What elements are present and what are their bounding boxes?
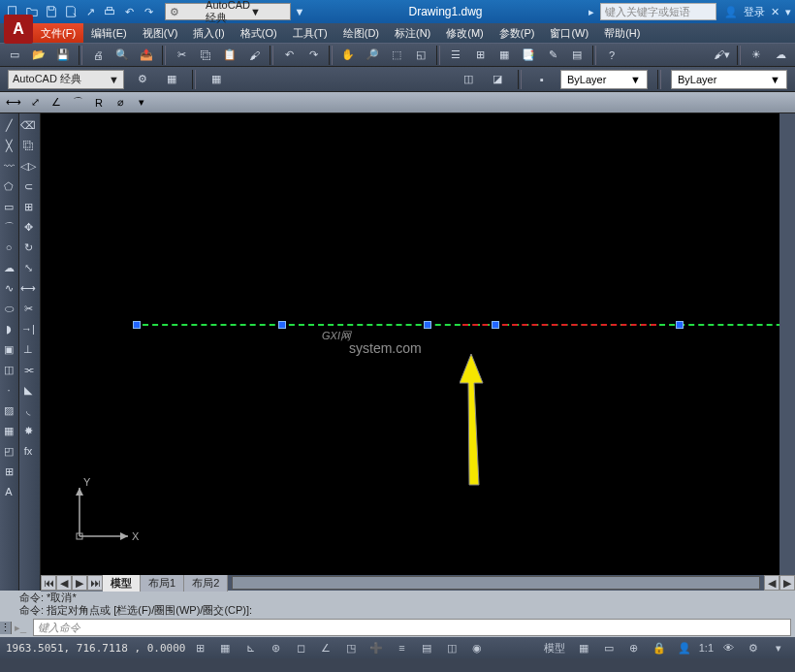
ortho-icon[interactable]: ⊾	[239, 639, 261, 656]
signin-icon[interactable]: 👤	[724, 6, 738, 18]
undo-icon[interactable]: ↶	[120, 3, 138, 20]
qv-icon[interactable]: ▭	[598, 639, 620, 656]
line-icon[interactable]: ╱	[0, 115, 17, 135]
ws-gear-icon[interactable]: ⚙	[132, 70, 153, 89]
menu-tools[interactable]: 工具(T)	[285, 23, 335, 43]
insert-icon[interactable]: ▣	[0, 339, 17, 359]
cut-icon[interactable]: ✂	[171, 46, 192, 65]
save-icon[interactable]	[43, 3, 60, 20]
extend-icon[interactable]: →|	[19, 319, 37, 338]
scrollbar-horizontal[interactable]: ⏮ ◀ ▶ ⏭ 模型 布局1 布局2 ◀ ▶	[41, 575, 795, 591]
exchange-icon[interactable]: ✕	[771, 6, 779, 18]
dyn-icon[interactable]: ➕	[366, 639, 387, 656]
dim-dia-icon[interactable]: ⌀	[111, 94, 130, 112]
chamfer-icon[interactable]: ◣	[19, 380, 37, 400]
redo-icon[interactable]: ↷	[140, 3, 157, 20]
new-icon[interactable]: ▭	[4, 46, 25, 65]
revcloud-icon[interactable]: ☁	[0, 258, 17, 277]
toolpalette-icon[interactable]: ▦	[493, 46, 515, 65]
render2-icon[interactable]: ☁	[770, 46, 791, 65]
dim-arc-icon[interactable]: ⌒	[68, 94, 87, 112]
redo-icon[interactable]: ↷	[302, 46, 324, 65]
zoom-icon[interactable]: 🔎	[362, 46, 383, 65]
arrow-play-icon[interactable]: ▸	[583, 3, 600, 20]
print-icon[interactable]: 🖨	[87, 46, 109, 65]
command-input[interactable]: 键入命令	[33, 619, 791, 636]
polygon-icon[interactable]: ⬠	[0, 176, 17, 196]
ducs-icon[interactable]: ◳	[340, 639, 362, 656]
menu-param[interactable]: 参数(P)	[492, 23, 543, 43]
print-icon[interactable]	[101, 3, 118, 20]
rect-icon[interactable]: ▭	[0, 197, 17, 216]
layerprev-icon[interactable]: ◪	[487, 70, 508, 89]
zoomext-icon[interactable]: ◱	[410, 46, 431, 65]
open-icon[interactable]: 📂	[28, 46, 49, 65]
mirror-icon[interactable]: ◁▷	[19, 156, 37, 176]
publish-icon[interactable]: 📤	[136, 46, 157, 65]
gear-icon[interactable]: ⚙	[743, 639, 764, 656]
markup-icon[interactable]: ✎	[542, 46, 563, 65]
tpy-icon[interactable]: ▤	[416, 639, 437, 656]
app-logo[interactable]: A	[4, 15, 33, 44]
pan-icon[interactable]: ✋	[337, 46, 359, 65]
region-icon[interactable]: ◰	[0, 441, 17, 461]
dim-radius-icon[interactable]: R	[89, 94, 109, 112]
scroll-right-icon[interactable]: ▶	[779, 575, 795, 591]
menu-window[interactable]: 窗口(W)	[542, 23, 596, 43]
fillet-icon[interactable]: ◟	[19, 400, 37, 420]
break-icon[interactable]: ⊥	[19, 339, 37, 359]
menu-draw[interactable]: 绘图(D)	[335, 23, 387, 43]
gradient-icon[interactable]: ▦	[0, 421, 17, 440]
sheetset-icon[interactable]: 📑	[518, 46, 539, 65]
render-icon[interactable]: ☀	[746, 46, 767, 65]
grip-mid[interactable]	[278, 321, 286, 329]
undo-icon[interactable]: ↶	[278, 46, 300, 65]
selected-line[interactable]	[133, 321, 779, 329]
save-icon[interactable]: 💾	[52, 46, 74, 65]
search-input[interactable]: 键入关键字或短语	[600, 3, 716, 20]
tab-model[interactable]: 模型	[103, 574, 141, 592]
erase-icon[interactable]: ⌫	[19, 115, 37, 135]
zoomwin-icon[interactable]: ⬚	[386, 46, 407, 65]
arc-icon[interactable]: ⌒	[0, 217, 17, 237]
scrollbar-vertical[interactable]	[779, 113, 795, 575]
ws-icon[interactable]: ▦	[161, 70, 182, 89]
linetype-combo[interactable]: ByLayer ▼	[671, 70, 787, 89]
xline-icon[interactable]: ╳	[0, 136, 17, 155]
spline-icon[interactable]: ∿	[0, 278, 17, 298]
qp-icon[interactable]: ◫	[441, 639, 462, 656]
scale-display[interactable]: 1:1	[699, 639, 714, 656]
tab-prev-icon[interactable]: ◀	[56, 575, 72, 591]
color-swatch[interactable]: ▪	[531, 70, 553, 89]
grip-endpoint[interactable]	[133, 321, 141, 329]
tab-next-icon[interactable]: ▶	[72, 575, 87, 591]
move-icon[interactable]: ✥	[19, 217, 37, 237]
copy-icon[interactable]: ⿻	[19, 136, 37, 155]
array-icon[interactable]: ⊞	[19, 197, 37, 216]
grid-icon[interactable]: ▦	[214, 639, 236, 656]
join-icon[interactable]: ⫘	[19, 360, 37, 379]
paste-icon[interactable]: 📋	[219, 46, 240, 65]
designcenter-icon[interactable]: ⊞	[469, 46, 491, 65]
scroll-left-icon[interactable]: ◀	[764, 575, 779, 591]
dim-linear-icon[interactable]: ⟷	[4, 94, 23, 112]
mtext-icon[interactable]: A	[0, 482, 17, 501]
block-icon[interactable]: ◫	[0, 360, 17, 379]
qat-dropdown[interactable]: ▼	[291, 3, 308, 20]
otrack-icon[interactable]: ∠	[315, 639, 336, 656]
tab-last-icon[interactable]: ⏭	[87, 575, 103, 591]
nav-icon[interactable]: ⊕	[623, 639, 645, 656]
saveas-icon[interactable]	[62, 3, 80, 20]
explode-icon[interactable]: ✸	[19, 421, 37, 440]
fx-icon[interactable]: fx	[19, 441, 37, 461]
layer-color-combo[interactable]: ByLayer ▼	[560, 70, 648, 89]
tab-layout2[interactable]: 布局2	[184, 574, 228, 592]
annovisibility-icon[interactable]: 👁	[717, 639, 739, 656]
preview-icon[interactable]: 🔍	[111, 46, 133, 65]
menu-format[interactable]: 格式(O)	[233, 23, 285, 43]
help-dropdown[interactable]: ▾	[785, 6, 791, 18]
calc-icon[interactable]: ▤	[566, 46, 588, 65]
polar-icon[interactable]: ⊛	[265, 639, 286, 656]
person-icon[interactable]: 👤	[674, 639, 695, 656]
drawing-canvas[interactable]: GXI网 system.com X Y	[41, 113, 779, 575]
